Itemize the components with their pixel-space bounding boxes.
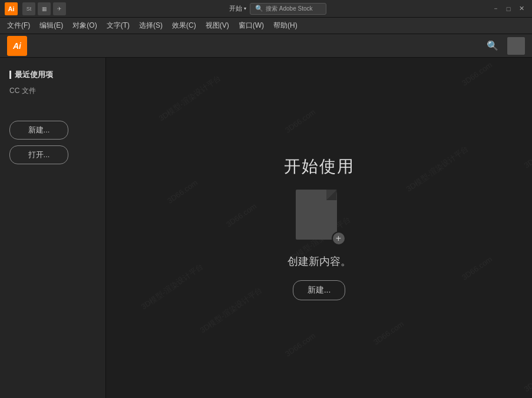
menu-view[interactable]: 视图(V): [201, 18, 234, 33]
new-button-center[interactable]: 新建...: [293, 280, 346, 300]
send-icon[interactable]: ✈: [53, 2, 66, 15]
toolbar-right: 🔍: [484, 37, 525, 55]
title-bar-accent: [9, 71, 11, 79]
window-controls: － □ ✕: [490, 4, 527, 14]
search-icon: 🔍: [255, 5, 263, 12]
minimize-button[interactable]: －: [490, 4, 501, 14]
doc-plus-icon: +: [332, 231, 346, 246]
title-bar: Ai St ▦ ✈ 开始 ▾ 🔍 搜索 Adobe Stock － □ ✕: [0, 0, 532, 18]
dropdown-arrow-icon: ▾: [244, 6, 246, 11]
recent-section: 最近使用项 CC 文件: [9, 69, 96, 97]
search-button[interactable]: 🔍: [484, 37, 501, 55]
user-avatar[interactable]: [507, 37, 525, 55]
new-button-sidebar[interactable]: 新建...: [9, 121, 68, 140]
menu-bar: 文件(F) 编辑(E) 对象(O) 文字(T) 选择(S) 效果(C) 视图(V…: [0, 18, 532, 34]
new-document-icon: +: [296, 190, 343, 243]
grid-icon[interactable]: ▦: [38, 2, 51, 15]
sidebar: 最近使用项 CC 文件 新建... 打开...: [0, 58, 106, 398]
cc-files-link[interactable]: CC 文件: [9, 85, 96, 97]
recent-section-title: 最近使用项: [9, 69, 96, 80]
stock-search-box[interactable]: 🔍 搜索 Adobe Stock: [250, 3, 326, 15]
toolbar-left: Ai: [7, 36, 27, 56]
menu-object[interactable]: 对象(O): [68, 18, 101, 33]
open-button-sidebar[interactable]: 打开...: [9, 145, 68, 164]
menu-edit[interactable]: 编辑(E): [35, 18, 68, 33]
start-button[interactable]: 开始 ▾: [229, 4, 246, 13]
menu-text[interactable]: 文字(T): [102, 18, 134, 33]
menu-file[interactable]: 文件(F): [2, 18, 35, 33]
menu-effect[interactable]: 效果(C): [167, 18, 201, 33]
ai-title-icon: Ai: [5, 2, 18, 15]
app-toolbar: Ai 🔍: [0, 34, 532, 58]
ai-logo: Ai: [7, 36, 27, 56]
title-bar-left: Ai St ▦ ✈: [5, 2, 66, 15]
close-button[interactable]: ✕: [516, 4, 527, 14]
title-bar-middle: 开始 ▾ 🔍 搜索 Adobe Stock: [229, 3, 326, 15]
main-content: 3D模型-渲染设计平台3D66.com3D模型-渲染设计平台3D66.com3D…: [106, 58, 532, 398]
sidebar-buttons: 新建... 打开...: [9, 121, 96, 164]
page-title: 开始使用: [284, 155, 355, 178]
create-text: 创建新内容。: [288, 254, 351, 268]
menu-help[interactable]: 帮助(H): [269, 18, 302, 33]
title-bar-apps: St ▦ ✈: [22, 2, 66, 15]
bridge-icon[interactable]: St: [22, 2, 35, 15]
content-inner: 开始使用 + 创建新内容。 新建...: [284, 155, 355, 300]
main-area: 最近使用项 CC 文件 新建... 打开... 3D模型-渲染设计平台3D66.…: [0, 58, 532, 398]
menu-select[interactable]: 选择(S): [134, 18, 167, 33]
maximize-button[interactable]: □: [503, 4, 514, 14]
doc-body: [296, 190, 337, 240]
menu-window[interactable]: 窗口(W): [234, 18, 269, 33]
